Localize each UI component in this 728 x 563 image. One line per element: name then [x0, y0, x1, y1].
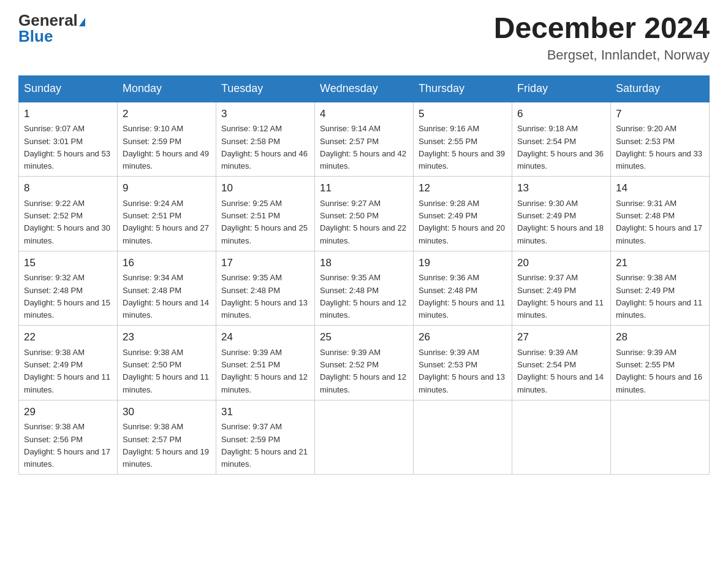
- day-info: Sunrise: 9:38 AMSunset: 2:57 PMDaylight:…: [123, 422, 209, 469]
- logo: General Blue: [18, 12, 85, 44]
- day-info: Sunrise: 9:12 AMSunset: 2:58 PMDaylight:…: [221, 124, 308, 170]
- day-number: 10: [221, 180, 309, 196]
- day-info: Sunrise: 9:20 AMSunset: 2:53 PMDaylight:…: [616, 124, 702, 170]
- day-number: 1: [24, 106, 112, 122]
- calendar-cell: [611, 400, 710, 475]
- weekday-header-row: SundayMondayTuesdayWednesdayThursdayFrid…: [19, 75, 710, 102]
- day-number: 22: [24, 329, 112, 345]
- day-info: Sunrise: 9:22 AMSunset: 2:52 PMDaylight:…: [24, 199, 110, 245]
- day-number: 15: [24, 255, 112, 271]
- day-number: 6: [517, 106, 605, 122]
- day-info: Sunrise: 9:35 AMSunset: 2:48 PMDaylight:…: [221, 273, 308, 320]
- calendar-week-row: 15Sunrise: 9:32 AMSunset: 2:48 PMDayligh…: [19, 251, 710, 326]
- day-number: 28: [616, 329, 704, 345]
- calendar-cell: [512, 400, 611, 475]
- calendar-cell: 17Sunrise: 9:35 AMSunset: 2:48 PMDayligh…: [216, 251, 315, 326]
- day-info: Sunrise: 9:18 AMSunset: 2:54 PMDaylight:…: [517, 124, 604, 170]
- day-number: 11: [320, 180, 408, 196]
- day-number: 4: [320, 106, 408, 122]
- day-info: Sunrise: 9:34 AMSunset: 2:48 PMDaylight:…: [123, 273, 209, 320]
- calendar-cell: 1Sunrise: 9:07 AMSunset: 3:01 PMDaylight…: [19, 102, 118, 177]
- title-area: December 2024 Bergset, Innlandet, Norway: [494, 12, 710, 63]
- calendar-cell: 30Sunrise: 9:38 AMSunset: 2:57 PMDayligh…: [118, 400, 216, 475]
- weekday-header-saturday: Saturday: [611, 75, 710, 102]
- logo-triangle-icon: [79, 18, 85, 26]
- calendar-cell: [315, 400, 414, 475]
- day-info: Sunrise: 9:39 AMSunset: 2:51 PMDaylight:…: [221, 348, 308, 394]
- day-number: 21: [616, 255, 704, 271]
- calendar-cell: 11Sunrise: 9:27 AMSunset: 2:50 PMDayligh…: [315, 177, 414, 251]
- calendar-cell: 5Sunrise: 9:16 AMSunset: 2:55 PMDaylight…: [414, 102, 512, 177]
- day-info: Sunrise: 9:38 AMSunset: 2:49 PMDaylight:…: [616, 273, 702, 320]
- day-number: 5: [419, 106, 507, 122]
- day-info: Sunrise: 9:39 AMSunset: 2:52 PMDaylight:…: [320, 348, 406, 394]
- calendar-cell: 24Sunrise: 9:39 AMSunset: 2:51 PMDayligh…: [216, 326, 315, 400]
- calendar-cell: 22Sunrise: 9:38 AMSunset: 2:49 PMDayligh…: [19, 326, 118, 400]
- day-number: 18: [320, 255, 408, 271]
- day-info: Sunrise: 9:37 AMSunset: 2:59 PMDaylight:…: [221, 422, 308, 469]
- calendar-week-row: 29Sunrise: 9:38 AMSunset: 2:56 PMDayligh…: [19, 400, 710, 475]
- day-info: Sunrise: 9:28 AMSunset: 2:49 PMDaylight:…: [419, 199, 505, 245]
- day-info: Sunrise: 9:14 AMSunset: 2:57 PMDaylight:…: [320, 124, 406, 170]
- calendar-table: SundayMondayTuesdayWednesdayThursdayFrid…: [18, 75, 710, 475]
- day-info: Sunrise: 9:10 AMSunset: 2:59 PMDaylight:…: [123, 124, 209, 170]
- day-info: Sunrise: 9:31 AMSunset: 2:48 PMDaylight:…: [616, 199, 702, 245]
- day-number: 30: [123, 404, 211, 420]
- calendar-cell: 20Sunrise: 9:37 AMSunset: 2:49 PMDayligh…: [512, 251, 611, 326]
- day-number: 31: [221, 404, 309, 420]
- day-number: 13: [517, 180, 605, 196]
- weekday-header-friday: Friday: [512, 75, 611, 102]
- day-number: 29: [24, 404, 112, 420]
- day-number: 9: [123, 180, 211, 196]
- calendar-cell: 15Sunrise: 9:32 AMSunset: 2:48 PMDayligh…: [19, 251, 118, 326]
- day-info: Sunrise: 9:25 AMSunset: 2:51 PMDaylight:…: [221, 199, 308, 245]
- day-number: 23: [123, 329, 211, 345]
- calendar-subtitle: Bergset, Innlandet, Norway: [494, 47, 710, 63]
- weekday-header-monday: Monday: [118, 75, 216, 102]
- calendar-week-row: 22Sunrise: 9:38 AMSunset: 2:49 PMDayligh…: [19, 326, 710, 400]
- calendar-cell: 16Sunrise: 9:34 AMSunset: 2:48 PMDayligh…: [118, 251, 216, 326]
- weekday-header-wednesday: Wednesday: [315, 75, 414, 102]
- day-info: Sunrise: 9:35 AMSunset: 2:48 PMDaylight:…: [320, 273, 406, 320]
- calendar-cell: 9Sunrise: 9:24 AMSunset: 2:51 PMDaylight…: [118, 177, 216, 251]
- day-info: Sunrise: 9:30 AMSunset: 2:49 PMDaylight:…: [517, 199, 604, 245]
- day-info: Sunrise: 9:36 AMSunset: 2:48 PMDaylight:…: [419, 273, 505, 320]
- calendar-cell: 19Sunrise: 9:36 AMSunset: 2:48 PMDayligh…: [414, 251, 512, 326]
- day-number: 2: [123, 106, 211, 122]
- day-number: 25: [320, 329, 408, 345]
- day-number: 16: [123, 255, 211, 271]
- day-info: Sunrise: 9:39 AMSunset: 2:55 PMDaylight:…: [616, 348, 702, 394]
- calendar-cell: 25Sunrise: 9:39 AMSunset: 2:52 PMDayligh…: [315, 326, 414, 400]
- day-info: Sunrise: 9:24 AMSunset: 2:51 PMDaylight:…: [123, 199, 209, 245]
- day-number: 19: [419, 255, 507, 271]
- day-info: Sunrise: 9:38 AMSunset: 2:49 PMDaylight:…: [24, 348, 110, 394]
- calendar-cell: 6Sunrise: 9:18 AMSunset: 2:54 PMDaylight…: [512, 102, 611, 177]
- day-number: 20: [517, 255, 605, 271]
- calendar-cell: 12Sunrise: 9:28 AMSunset: 2:49 PMDayligh…: [414, 177, 512, 251]
- calendar-cell: 31Sunrise: 9:37 AMSunset: 2:59 PMDayligh…: [216, 400, 315, 475]
- day-info: Sunrise: 9:39 AMSunset: 2:53 PMDaylight:…: [419, 348, 505, 394]
- calendar-cell: 2Sunrise: 9:10 AMSunset: 2:59 PMDaylight…: [118, 102, 216, 177]
- calendar-week-row: 8Sunrise: 9:22 AMSunset: 2:52 PMDaylight…: [19, 177, 710, 251]
- logo-blue-text: Blue: [18, 27, 53, 45]
- calendar-cell: 7Sunrise: 9:20 AMSunset: 2:53 PMDaylight…: [611, 102, 710, 177]
- day-info: Sunrise: 9:38 AMSunset: 2:56 PMDaylight:…: [24, 422, 110, 469]
- day-number: 12: [419, 180, 507, 196]
- calendar-cell: 8Sunrise: 9:22 AMSunset: 2:52 PMDaylight…: [19, 177, 118, 251]
- calendar-cell: 28Sunrise: 9:39 AMSunset: 2:55 PMDayligh…: [611, 326, 710, 400]
- calendar-cell: 21Sunrise: 9:38 AMSunset: 2:49 PMDayligh…: [611, 251, 710, 326]
- calendar-cell: 26Sunrise: 9:39 AMSunset: 2:53 PMDayligh…: [414, 326, 512, 400]
- day-number: 26: [419, 329, 507, 345]
- day-info: Sunrise: 9:37 AMSunset: 2:49 PMDaylight:…: [517, 273, 604, 320]
- calendar-cell: 4Sunrise: 9:14 AMSunset: 2:57 PMDaylight…: [315, 102, 414, 177]
- day-number: 17: [221, 255, 309, 271]
- weekday-header-sunday: Sunday: [19, 75, 118, 102]
- calendar-cell: 18Sunrise: 9:35 AMSunset: 2:48 PMDayligh…: [315, 251, 414, 326]
- calendar-cell: 10Sunrise: 9:25 AMSunset: 2:51 PMDayligh…: [216, 177, 315, 251]
- calendar-cell: 29Sunrise: 9:38 AMSunset: 2:56 PMDayligh…: [19, 400, 118, 475]
- day-number: 14: [616, 180, 704, 196]
- day-info: Sunrise: 9:07 AMSunset: 3:01 PMDaylight:…: [24, 124, 110, 170]
- day-number: 8: [24, 180, 112, 196]
- day-info: Sunrise: 9:39 AMSunset: 2:54 PMDaylight:…: [517, 348, 604, 394]
- calendar-title: December 2024: [494, 12, 710, 45]
